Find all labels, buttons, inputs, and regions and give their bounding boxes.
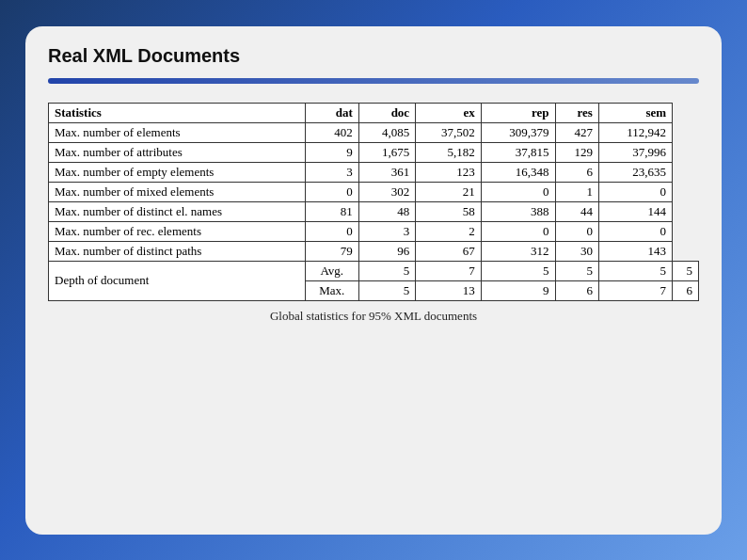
row-value: 0	[481, 182, 555, 201]
table-row: Max. number of elements4024,08537,502309…	[49, 122, 699, 142]
row-value: 388	[481, 201, 555, 221]
depth-value: 7	[598, 280, 672, 300]
depth-row: Depth of documentAvg.575555	[49, 261, 699, 280]
row-value: 58	[416, 201, 482, 221]
row-value: 23,635	[598, 162, 672, 182]
row-value: 79	[305, 241, 358, 261]
depth-value: 5	[481, 261, 555, 280]
row-value: 5,182	[416, 142, 482, 162]
row-value: 309,379	[481, 122, 555, 142]
row-value: 37,996	[598, 142, 672, 162]
row-value: 0	[481, 221, 555, 241]
row-value: 1,675	[358, 142, 415, 162]
depth-value: 5	[358, 261, 415, 280]
depth-value: 7	[416, 261, 482, 280]
row-value: 44	[555, 201, 598, 221]
row-value: 427	[555, 122, 598, 142]
row-value: 16,348	[481, 162, 555, 182]
main-card: Real XML Documents Statistics dat doc ex…	[25, 26, 722, 535]
table-row: Max. number of empty elements336112316,3…	[49, 162, 699, 182]
statistics-table: Statistics dat doc ex rep res sem Max. n…	[48, 103, 699, 301]
depth-value: 6	[673, 280, 699, 300]
row-value: 67	[416, 241, 482, 261]
page-title: Real XML Documents	[48, 45, 699, 67]
row-value: 3	[305, 162, 358, 182]
col-header-sem: sem	[598, 103, 672, 122]
col-header-res: res	[555, 103, 598, 122]
row-value: 143	[598, 241, 672, 261]
row-value: 112,942	[598, 122, 672, 142]
row-value: 81	[305, 201, 358, 221]
depth-value: 5	[598, 261, 672, 280]
depth-value: 13	[416, 280, 482, 300]
row-label: Max. number of elements	[49, 122, 306, 142]
row-value: 361	[358, 162, 415, 182]
depth-value: 9	[481, 280, 555, 300]
col-header-doc: doc	[358, 103, 415, 122]
row-value: 0	[598, 182, 672, 201]
depth-value: 5	[358, 280, 415, 300]
row-value: 37,502	[416, 122, 482, 142]
table-row: Max. number of distinct el. names8148583…	[49, 201, 699, 221]
depth-label: Depth of document	[49, 261, 306, 300]
row-label: Max. number of rec. elements	[49, 221, 306, 241]
table-row: Max. number of rec. elements032000	[49, 221, 699, 241]
table-row: Max. number of mixed elements030221010	[49, 182, 699, 201]
row-value: 96	[358, 241, 415, 261]
row-label: Max. number of distinct el. names	[49, 201, 306, 221]
row-label: Max. number of distinct paths	[49, 241, 306, 261]
row-label: Max. number of mixed elements	[49, 182, 306, 201]
col-header-statistics: Statistics	[49, 103, 306, 122]
row-value: 1	[555, 182, 598, 201]
row-value: 0	[305, 182, 358, 201]
depth-sublabel: Max.	[305, 280, 358, 300]
decorative-bar	[48, 78, 699, 84]
table-row: Max. number of attributes91,6755,18237,8…	[49, 142, 699, 162]
row-value: 3	[358, 221, 415, 241]
row-value: 144	[598, 201, 672, 221]
depth-value: 6	[555, 280, 598, 300]
row-value: 37,815	[481, 142, 555, 162]
row-value: 0	[555, 221, 598, 241]
row-label: Max. number of empty elements	[49, 162, 306, 182]
table-row: Max. number of distinct paths79966731230…	[49, 241, 699, 261]
row-value: 0	[598, 221, 672, 241]
row-value: 302	[358, 182, 415, 201]
table-caption: Global statistics for 95% XML documents	[270, 309, 477, 324]
table-wrapper: Statistics dat doc ex rep res sem Max. n…	[48, 103, 699, 324]
row-value: 6	[555, 162, 598, 182]
row-value: 129	[555, 142, 598, 162]
row-value: 123	[416, 162, 482, 182]
row-value: 0	[305, 221, 358, 241]
col-header-rep: rep	[481, 103, 555, 122]
row-value: 2	[416, 221, 482, 241]
row-value: 402	[305, 122, 358, 142]
col-header-ex: ex	[416, 103, 482, 122]
row-value: 4,085	[358, 122, 415, 142]
row-value: 312	[481, 241, 555, 261]
row-value: 9	[305, 142, 358, 162]
col-header-dat: dat	[305, 103, 358, 122]
row-value: 48	[358, 201, 415, 221]
row-value: 30	[555, 241, 598, 261]
depth-value: 5	[673, 261, 699, 280]
row-label: Max. number of attributes	[49, 142, 306, 162]
row-value: 21	[416, 182, 482, 201]
table-header-row: Statistics dat doc ex rep res sem	[49, 103, 699, 122]
depth-sublabel: Avg.	[305, 261, 358, 280]
depth-value: 5	[555, 261, 598, 280]
